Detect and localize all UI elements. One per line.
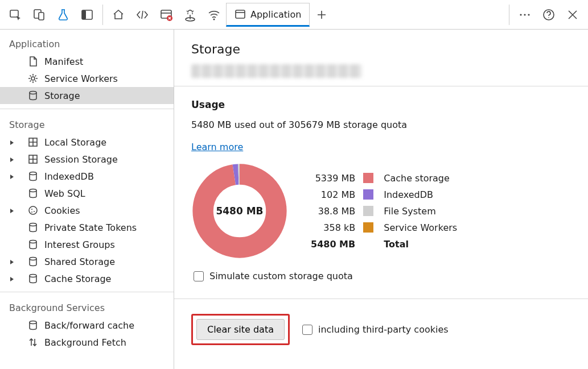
inspect-element-button[interactable] (3, 3, 27, 27)
legend-name: Cache storage (384, 173, 457, 184)
learn-more-link[interactable]: Learn more (191, 142, 243, 152)
svg-point-24 (31, 209, 32, 210)
donut-center-label: 5480 MB (191, 163, 288, 259)
sort-arrows-icon (27, 337, 39, 348)
svg-point-26 (31, 212, 32, 213)
svg-point-10 (213, 18, 215, 20)
svg-point-31 (30, 321, 36, 324)
sidebar-item-interest-groups[interactable]: Interest Groups (0, 236, 174, 253)
sidebar-item-cookies[interactable]: Cookies (0, 202, 174, 219)
sidebar-item-indexeddb[interactable]: IndexedDB (0, 168, 174, 185)
sidebar-item-label: Storage (44, 90, 80, 101)
dock-side-button[interactable] (75, 3, 99, 27)
sidebar-section-background: Background Services (0, 297, 174, 317)
toolbar-separator (102, 5, 103, 25)
application-tab[interactable]: Application (226, 3, 310, 27)
sidebar-item-label: Web SQL (44, 188, 85, 199)
third-party-cookies-checkbox[interactable] (302, 325, 312, 335)
database-icon (27, 188, 39, 199)
svg-point-12 (520, 14, 521, 15)
experiments-button[interactable] (51, 3, 75, 27)
sidebar-item-private-state-tokens[interactable]: Private State Tokens (0, 219, 174, 236)
elements-tab-button[interactable] (130, 3, 154, 27)
sidebar-divider (0, 292, 174, 292)
svg-point-28 (30, 241, 36, 243)
sidebar-item-bfcache[interactable]: Back/forward cache (0, 317, 174, 334)
help-button[interactable] (537, 3, 561, 27)
database-icon (27, 256, 39, 267)
database-icon (27, 239, 39, 250)
sidebar-item-local-storage[interactable]: Local Storage (0, 134, 174, 151)
usage-donut-chart: 5480 MB (191, 163, 288, 259)
svg-rect-11 (236, 10, 245, 18)
sidebar-item-manifest[interactable]: Manifest (0, 53, 174, 70)
sidebar-item-label: Manifest (44, 56, 83, 67)
sidebar-item-label: Shared Storage (44, 256, 115, 267)
svg-point-8 (187, 13, 188, 14)
sidebar-item-storage[interactable]: Storage (0, 87, 174, 104)
legend-swatch (363, 222, 373, 233)
svg-rect-2 (39, 13, 44, 20)
toolbar-separator (509, 5, 509, 25)
application-tab-label: Application (250, 9, 301, 20)
sidebar-item-label: Background Fetch (44, 337, 126, 348)
more-tools-button[interactable] (513, 3, 537, 27)
origin-label-redacted (191, 64, 362, 78)
device-toggle-button[interactable] (27, 3, 51, 27)
database-icon (27, 273, 39, 284)
caret-right-icon (9, 256, 17, 267)
welcome-tab-button[interactable] (106, 3, 130, 27)
caret-right-icon (9, 137, 17, 148)
table-icon (27, 154, 39, 165)
svg-rect-4 (82, 10, 86, 19)
sidebar-item-cache-storage[interactable]: Cache Storage (0, 270, 174, 287)
svg-point-22 (30, 189, 36, 192)
console-tab-button[interactable] (154, 3, 178, 27)
devtools-toolbar: Application (0, 0, 588, 30)
network-tab-button[interactable] (202, 3, 226, 27)
sidebar-item-label: IndexedDB (44, 171, 94, 182)
section-divider (174, 86, 588, 86)
legend-value: 38.8 MB (311, 206, 355, 217)
sidebar-item-label: Private State Tokens (44, 222, 137, 233)
third-party-cookies-label: including third-party cookies (318, 324, 449, 335)
sidebar-section-storage: Storage (0, 114, 174, 134)
sidebar-item-websql[interactable]: Web SQL (0, 185, 174, 202)
sidebar-item-shared-storage[interactable]: Shared Storage (0, 253, 174, 270)
page-title: Storage (191, 42, 571, 56)
svg-point-13 (524, 14, 525, 15)
svg-point-21 (30, 172, 36, 175)
legend-swatch (363, 189, 373, 200)
clear-site-data-button[interactable]: Clear site data (196, 319, 285, 340)
sidebar-item-session-storage[interactable]: Session Storage (0, 151, 174, 168)
storage-pane: Storage Usage 5480 MB used out of 305679… (174, 30, 588, 369)
svg-point-27 (30, 223, 36, 226)
sidebar-divider (0, 109, 174, 109)
svg-point-17 (31, 77, 35, 80)
database-icon (27, 171, 39, 182)
legend-value: 5339 MB (311, 173, 355, 184)
usage-legend: 5339 MB Cache storage 102 MB IndexedDB 3… (311, 173, 457, 250)
sidebar-item-label: Service Workers (44, 73, 118, 84)
svg-point-30 (30, 275, 36, 277)
sidebar-item-service-workers[interactable]: Service Workers (0, 70, 174, 87)
gear-icon (27, 73, 39, 84)
simulate-quota-checkbox[interactable] (194, 271, 204, 281)
usage-heading: Usage (191, 99, 571, 110)
new-tab-button[interactable] (310, 3, 334, 27)
database-icon (27, 222, 39, 233)
close-devtools-button[interactable] (561, 3, 585, 27)
svg-point-9 (192, 13, 193, 14)
sidebar-item-label: Session Storage (44, 154, 118, 165)
document-icon (27, 56, 39, 67)
caret-right-icon (9, 171, 17, 182)
sidebar-item-label: Cookies (44, 205, 80, 216)
database-icon (27, 320, 39, 331)
sidebar-item-background-fetch[interactable]: Background Fetch (0, 334, 174, 351)
sidebar-item-label: Local Storage (44, 137, 106, 148)
svg-point-23 (29, 206, 37, 214)
sources-tab-button[interactable] (178, 3, 202, 27)
database-icon (27, 90, 39, 101)
sidebar-item-label: Back/forward cache (44, 320, 134, 331)
svg-rect-0 (10, 10, 18, 17)
